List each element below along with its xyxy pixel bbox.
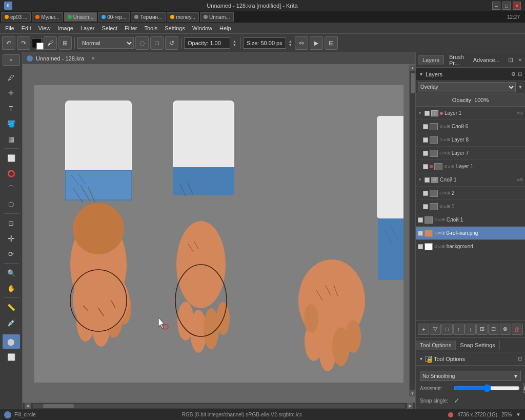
sampler-tool[interactable]: 💉 <box>3 315 20 330</box>
layer-item-layer1-nested[interactable]: ⊙ α ⊞ Layer 1 <box>416 160 525 173</box>
merge-layer-button[interactable]: ⊗ <box>500 324 511 335</box>
menu-tools[interactable]: Tools <box>142 24 161 32</box>
layer-visibility[interactable] <box>423 191 428 196</box>
layer-item-layer8[interactable]: ⊙ α ⊞ Layer 8 <box>416 133 525 147</box>
taskbar-item-unnamed[interactable]: Unnam... <box>200 12 234 22</box>
size-spinbox[interactable]: ▲ ▼ <box>289 39 292 47</box>
taskbar-item-mult[interactable]: Мульт... <box>32 12 63 22</box>
tool-options-collapse[interactable]: ▼ <box>419 356 423 362</box>
envelope-tool[interactable]: ⬜ <box>3 350 20 364</box>
menu-edit[interactable]: Edit <box>18 24 34 32</box>
layer-visibility[interactable] <box>423 164 428 169</box>
menu-view[interactable]: View <box>35 24 54 32</box>
menu-filter[interactable]: Filter <box>122 24 140 32</box>
undo-button[interactable]: ↶ <box>2 36 15 50</box>
tool-icon-1[interactable]: 🖌 <box>44 36 57 50</box>
tab-advance[interactable]: Advance... <box>469 55 504 65</box>
blend-mode-select[interactable]: Normal Multiply Screen Overlay <box>77 37 134 49</box>
panel-close-button[interactable]: × <box>516 56 524 64</box>
measure-tool[interactable]: 📏 <box>3 300 20 314</box>
layer-item-sloi1[interactable]: ⊙ α ⊞ Слой 1 <box>416 213 525 227</box>
opacity-spinbox[interactable]: ▲ ▼ <box>233 39 236 47</box>
drawing-canvas[interactable] <box>34 85 403 383</box>
layer-blend-select[interactable]: Overlay Normal Multiply <box>418 82 516 92</box>
assistant-value[interactable]: 1000 <box>523 384 525 393</box>
tool-icon-2[interactable]: ⊞ <box>58 36 72 50</box>
menu-help[interactable]: Help <box>216 24 234 32</box>
layer-item-background[interactable]: ⊙ α ⊞ background <box>416 240 525 253</box>
gradient-tool[interactable]: ▦ <box>3 132 20 146</box>
close-button[interactable]: × <box>513 2 521 10</box>
tab-tool-options[interactable]: Tool Options <box>416 341 456 350</box>
crop-tool[interactable]: ⊡ <box>3 216 20 230</box>
taskbar-item-money[interactable]: money... <box>167 12 199 22</box>
panel-detach-button[interactable]: ⊡ <box>506 56 515 64</box>
taskbar-item-ep03[interactable]: ep03 ... <box>1 12 31 22</box>
layer-item-sloi1-group[interactable]: ▼ G Слой 1 α ⊞ <box>416 173 525 187</box>
menu-select[interactable]: Select <box>98 24 120 32</box>
layer-visibility[interactable] <box>418 231 423 236</box>
mirror-h-button[interactable]: ⇔ <box>295 36 308 50</box>
assistant-slider[interactable] <box>454 385 520 391</box>
layers-detach-button[interactable]: ⊡ <box>518 71 522 77</box>
close-docker-button[interactable]: × <box>3 54 20 66</box>
layer-visibility[interactable] <box>425 111 430 116</box>
delete-layer-button[interactable]: 🗑 <box>512 324 523 335</box>
move-layer-down-button[interactable]: ↓ <box>465 324 476 335</box>
background-color[interactable] <box>36 43 44 50</box>
add-layer-button[interactable]: + <box>418 324 429 335</box>
system-menu[interactable]: K <box>4 2 12 10</box>
canvas-tab-label[interactable]: Unnamed - 128.kra <box>36 55 84 62</box>
scroll-up-button[interactable]: ▲ <box>410 65 416 71</box>
layer-item-2[interactable]: ⊙ α ⊞ 2 <box>416 187 525 200</box>
smart-patch-tool[interactable]: ⟳ <box>3 247 20 261</box>
blend-dropdown-arrow[interactable]: ▼ <box>518 84 523 90</box>
maximize-button[interactable]: □ <box>502 2 511 10</box>
menu-image[interactable]: Image <box>54 24 76 32</box>
taskbar-item-00rep[interactable]: 00-rep... <box>98 12 130 22</box>
layer-visibility[interactable] <box>418 217 423 223</box>
text-tool[interactable]: T <box>3 101 20 115</box>
layer-visibility[interactable] <box>423 151 428 156</box>
opacity-value[interactable]: 1.00 <box>210 40 220 46</box>
ellipse-select-tool[interactable]: ⭕ <box>3 166 20 181</box>
layer-item-1[interactable]: ⊙ α ⊞ 1 <box>416 200 525 213</box>
zoom-tool[interactable]: 🔍 <box>3 266 20 280</box>
pan-tool[interactable]: ✋ <box>3 281 20 295</box>
scroll-down-button[interactable]: ▼ <box>410 390 416 396</box>
menu-layer[interactable]: Layer <box>77 24 98 32</box>
flatten-layer-button[interactable]: ⊟ <box>488 324 499 335</box>
layer-visibility[interactable] <box>418 244 423 249</box>
size-value[interactable]: 50.00 px <box>260 40 282 46</box>
layer-item-layer1-group[interactable]: ▼ L Layer 1 α ⊞ <box>416 107 525 120</box>
menu-settings[interactable]: Settings <box>161 24 188 32</box>
tool-options-settings[interactable]: ⊡ <box>518 356 522 362</box>
tool-options-lock[interactable]: 🔒 <box>426 356 432 362</box>
expand-icon[interactable]: ▼ <box>418 111 423 115</box>
foreground-color[interactable] <box>32 38 42 48</box>
layers-collapse-button[interactable]: ▼ <box>419 72 423 77</box>
layer-visibility[interactable] <box>423 204 428 209</box>
h-scroll-thumb[interactable] <box>43 404 74 408</box>
move-layer-up-button[interactable]: ↑ <box>453 324 465 335</box>
scroll-left-button[interactable]: ◀ <box>25 403 31 409</box>
vertical-scrollbar[interactable]: ▲ ▼ <box>409 65 415 396</box>
redo-button[interactable]: ↷ <box>17 36 30 50</box>
extra-tool-button[interactable]: ⊟ <box>325 36 338 50</box>
group-layer-button[interactable]: ⊞ <box>476 324 488 335</box>
freehand-select-tool[interactable]: ⌒ <box>3 182 20 196</box>
zoom-dropdown-button[interactable]: ▼ <box>516 412 521 417</box>
tab-snap-settings[interactable]: Snap Settings <box>456 341 500 350</box>
taskbar-item-unison[interactable]: Unison... <box>64 12 97 22</box>
menu-window[interactable]: Window <box>189 24 215 32</box>
canvas-container[interactable]: ▲ ▼ <box>23 65 415 403</box>
freehand-brush-tool[interactable]: 🖊 <box>3 70 20 85</box>
refresh-button[interactable]: ↺ <box>165 36 178 50</box>
rectangular-select-tool[interactable]: ⬜ <box>3 151 20 165</box>
taskbar-item-termin[interactable]: Термин... <box>131 12 166 22</box>
menu-file[interactable]: File <box>2 24 17 32</box>
layer-visibility[interactable] <box>423 137 428 143</box>
fill-circle-tool[interactable]: ⬤ <box>3 334 20 349</box>
expand-icon[interactable]: ▼ <box>418 177 423 182</box>
layers-settings-button[interactable]: ⚙ <box>511 71 516 77</box>
